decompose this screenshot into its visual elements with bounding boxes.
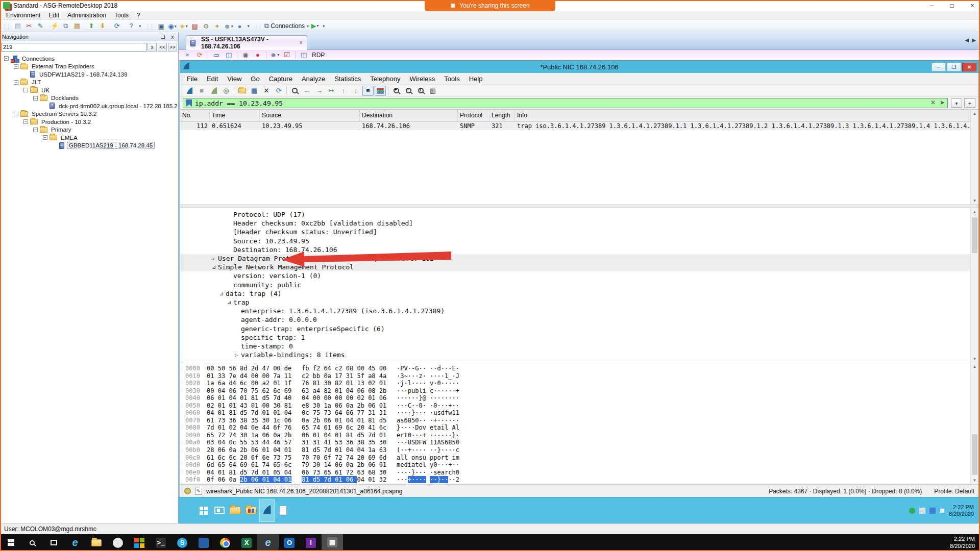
add-filter-button[interactable]: + <box>964 98 975 108</box>
menu-edit[interactable]: Edit <box>44 11 63 19</box>
tree-item-external-trap-exploders[interactable]: −External Trap Exploders <box>0 63 178 71</box>
tree-item-spectrum-servers-10-3-2[interactable]: −Spectrum Servers 10.3.2 <box>0 110 178 118</box>
pin-icon[interactable] <box>161 35 165 39</box>
zoom-out-icon[interactable]: − <box>403 86 414 96</box>
restart-capture-icon[interactable] <box>208 86 219 96</box>
column-header-length[interactable]: Length <box>489 110 515 121</box>
menu-edit[interactable]: Edit <box>202 74 223 84</box>
edit-entry-icon[interactable]: ✎ <box>35 21 45 31</box>
capture-options-icon[interactable]: ◎ <box>220 86 232 96</box>
detail-row[interactable]: specific-trap: 1 <box>180 333 970 342</box>
search-button[interactable] <box>21 534 43 551</box>
zoom-in-icon[interactable]: + <box>390 86 402 96</box>
hex-row[interactable]: 000000 50 56 8d 2d 47 00 defb f2 64 c2 0… <box>185 365 970 372</box>
record-icon[interactable]: ● <box>253 50 263 60</box>
export-icon[interactable]: ⬇ <box>97 21 108 31</box>
tree-expander-icon[interactable]: − <box>14 112 18 116</box>
settings-icon[interactable]: ⚙ <box>201 21 211 31</box>
import-icon[interactable]: ⬆ <box>86 21 96 31</box>
filter-dropdown-button[interactable]: ▾ <box>951 98 962 108</box>
wireshark-icon[interactable] <box>259 499 275 522</box>
skype-icon[interactable]: S <box>172 534 193 551</box>
menu-telephony[interactable]: Telephony <box>365 74 405 84</box>
detail-row[interactable]: ▷variable-bindings: 8 items <box>180 350 970 359</box>
expert-info-icon[interactable] <box>184 488 191 494</box>
menu-environment[interactable]: Environment <box>2 11 44 19</box>
hex-row[interactable]: 00e004 01 81 d5 7d 01 05 0406 73 65 61 7… <box>185 469 970 477</box>
connections-dropdown[interactable]: ⧉Connections▾ <box>264 21 309 31</box>
detail-row[interactable]: version: version-1 (0) <box>180 271 970 280</box>
start-button[interactable] <box>0 534 21 551</box>
screenshot-icon[interactable]: ◉ <box>240 50 251 60</box>
hex-row[interactable]: 00201a 6a d4 6c 00 a2 01 1f76 81 30 82 0… <box>185 380 970 387</box>
hex-row[interactable]: 001001 33 7e d4 00 00 7a 11c2 bb 0a 17 3… <box>185 372 970 380</box>
hex-row[interactable]: 00c061 6c 6c 20 6f 6e 73 7570 70 6f 72 7… <box>185 454 970 462</box>
help-icon[interactable]: ? <box>126 21 136 31</box>
menu-statistics[interactable]: Statistics <box>330 74 365 84</box>
globe-icon[interactable]: ● <box>235 21 245 31</box>
tree-item-primary[interactable]: −Primary <box>0 126 178 134</box>
tree-expander-icon[interactable]: − <box>23 119 28 124</box>
tree-item-gbbed11as219-168-74-28-45[interactable]: GBBED11AS219 - 168.74.28.45 <box>0 142 178 150</box>
menu-analyze[interactable]: Analyze <box>297 74 330 84</box>
ms-app-icon[interactable] <box>129 534 150 551</box>
menu-go[interactable]: Go <box>246 74 264 84</box>
zoom-reset-icon[interactable]: 1 <box>415 86 426 96</box>
detail-row[interactable]: Source: 10.23.49.95 <box>180 237 970 245</box>
hex-row[interactable]: 00d06d 65 64 69 61 74 65 6c79 30 14 06 0… <box>185 461 970 469</box>
maximize-button[interactable]: □ <box>948 2 955 9</box>
menu-wireless[interactable]: Wireless <box>405 74 439 84</box>
copy-icon[interactable]: ⧉ <box>61 21 71 31</box>
capture-comment-icon[interactable]: ✎ <box>195 488 202 495</box>
tree-expander-icon[interactable]: − <box>23 88 28 92</box>
expanded-arrow-icon[interactable]: ⊿ <box>212 264 218 270</box>
prev-result-button[interactable]: << <box>158 43 167 52</box>
close-panel-icon[interactable]: x <box>169 34 176 40</box>
hex-scrollbar[interactable]: ▲▼ <box>970 363 978 484</box>
profile-label[interactable]: Profile: Default <box>934 488 974 495</box>
detail-row[interactable]: enterprise: 1.3.6.1.4.1.27389 (iso.3.6.1… <box>180 307 970 315</box>
clear-filter-icon[interactable]: ✕ <box>930 99 936 106</box>
next-result-button[interactable]: >> <box>168 43 177 52</box>
tree-item-dck-prd-tlrm002-uk-group-local[interactable]: dck-prd-tlrm002.uk.group.local - 172.28.… <box>0 102 178 110</box>
credentials-icon[interactable]: ✦ <box>212 21 223 31</box>
notepad-icon[interactable] <box>275 499 290 522</box>
column-header-protocol[interactable]: Protocol <box>458 110 489 121</box>
resize-columns-icon[interactable]: ▥ <box>427 86 438 96</box>
file-explorer-icon[interactable] <box>228 499 243 522</box>
column-header-no[interactable]: No. <box>180 110 210 121</box>
find-packet-icon[interactable] <box>289 86 300 96</box>
column-header-destination[interactable]: Destination <box>360 110 458 121</box>
filter-bookmark-icon[interactable] <box>186 99 192 107</box>
hex-row[interactable]: 00807d 01 02 04 0e 44 6f 7665 74 61 69 6… <box>185 424 970 432</box>
tray-icon-4[interactable] <box>940 508 945 513</box>
tree-item-production-10-3-2[interactable]: −Production - 10.3.2 <box>0 118 178 126</box>
packet-list-scrollbar[interactable]: ▲▼ <box>970 110 978 205</box>
menu-tools[interactable]: Tools <box>439 74 464 84</box>
hex-row[interactable]: 005002 01 01 43 01 00 30 81e8 30 1a 06 0… <box>185 402 970 410</box>
scroll-tabs-left-icon[interactable]: ◀ <box>965 37 969 43</box>
checklist-icon[interactable]: ☑ <box>282 50 292 60</box>
tree-expander-icon[interactable]: − <box>33 96 38 101</box>
maximize-button[interactable]: ❐ <box>947 63 961 71</box>
close-tab-icon[interactable]: × <box>299 39 303 46</box>
hex-row[interactable]: 007061 73 36 38 35 30 1c 060a 2b 06 01 0… <box>185 417 970 424</box>
menu--[interactable]: ? <box>133 11 144 19</box>
remote-screen-icon[interactable]: ▣ <box>156 21 166 31</box>
quick-connect-icon[interactable]: ▶▾ <box>310 21 320 31</box>
reload-capture-icon[interactable]: ⟳ <box>273 86 284 96</box>
scroll-tabs-right-icon[interactable]: ▶ <box>972 37 976 43</box>
minimize-button[interactable]: ─ <box>932 63 946 71</box>
user-key-icon[interactable]: ☻▾ <box>224 21 234 31</box>
details-scrollbar[interactable]: ▲▼ <box>970 208 978 363</box>
internet-explorer-icon[interactable]: e <box>257 534 279 551</box>
detail-row[interactable]: ⊿trap <box>180 298 970 307</box>
disconnect-icon[interactable]: × <box>182 50 192 60</box>
favorites-icon[interactable]: ★▾ <box>179 21 189 31</box>
command-prompt-icon[interactable]: >_ <box>150 534 172 551</box>
expanded-arrow-icon[interactable]: ⊿ <box>227 299 233 305</box>
tree-item-uk[interactable]: −UK <box>0 86 178 94</box>
tree-expander-icon[interactable]: − <box>14 80 18 85</box>
chrome-icon[interactable] <box>214 534 236 551</box>
menu-capture[interactable]: Capture <box>264 74 297 84</box>
